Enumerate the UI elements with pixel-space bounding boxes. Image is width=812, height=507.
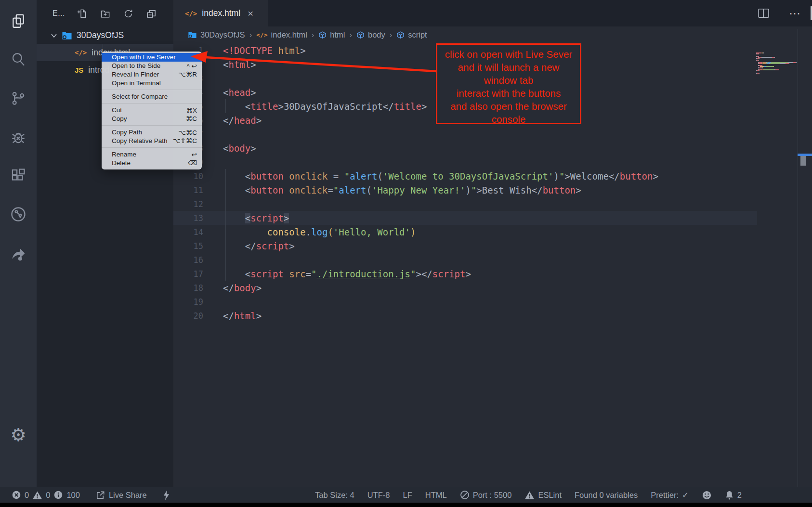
- breadcrumb-separator: ›: [312, 30, 314, 39]
- menu-item-copy[interactable]: Copy⌘C: [102, 115, 202, 123]
- symbol-cube-icon: [356, 31, 365, 39]
- code-line-9[interactable]: 9: [173, 155, 812, 169]
- explorer-title: E...: [52, 9, 65, 18]
- line-number: 13: [173, 213, 203, 223]
- bolt-status[interactable]: [162, 490, 170, 501]
- code-line-19[interactable]: 19: [173, 295, 812, 309]
- status-bar: 0 0 100 Live Share Tab Size: 4 UTF-8 LF …: [0, 487, 812, 503]
- annotation-text-line: and it will launch a new: [437, 61, 580, 74]
- menu-shortcut: ⌘X: [186, 106, 197, 114]
- line-number: 18: [173, 283, 203, 293]
- line-number: 20: [173, 311, 203, 321]
- feedback-status[interactable]: [702, 490, 712, 500]
- line-number: 12: [173, 199, 203, 209]
- menu-item-select-for-compare[interactable]: Select for Compare: [102, 92, 202, 101]
- menu-item-open-to-the-side[interactable]: Open to the Side^ ↩: [102, 62, 202, 70]
- new-folder-icon[interactable]: [100, 9, 110, 19]
- code-line-10[interactable]: 10 <button onclick = "alert('Welcome to …: [173, 169, 812, 183]
- share-icon: [95, 490, 105, 500]
- folder-name: 30DaysOfJS: [77, 30, 124, 40]
- line-number: 17: [173, 269, 203, 279]
- menu-shortcut: ⌫: [188, 159, 197, 167]
- menu-item-delete[interactable]: Delete⌫: [102, 158, 202, 167]
- live-server-circle-icon[interactable]: [0, 201, 37, 228]
- code-line-20[interactable]: 20</html>: [173, 309, 812, 323]
- html-file-icon: </>: [256, 31, 267, 39]
- menu-item-open-in-terminal[interactable]: Open in Terminal: [102, 78, 202, 87]
- variables-status[interactable]: Found 0 variables: [575, 491, 638, 500]
- lightning-bolt-icon: [162, 490, 170, 501]
- menu-item-open-with-live-server[interactable]: Open with Live Server: [102, 53, 202, 62]
- code-line-16[interactable]: 16: [173, 253, 812, 267]
- bell-icon: [725, 490, 734, 500]
- menu-item-cut[interactable]: Cut⌘X: [102, 106, 202, 115]
- notifications-status[interactable]: 2: [725, 490, 742, 500]
- split-editor-icon[interactable]: [758, 8, 770, 19]
- minimap[interactable]: [756, 47, 797, 68]
- refresh-icon[interactable]: [123, 9, 133, 19]
- breadcrumb: 30DaysOfJS › </> index.html › html › bod…: [173, 26, 812, 43]
- eslint-status[interactable]: ESLint: [524, 491, 562, 500]
- code-line-12[interactable]: 12: [173, 197, 812, 211]
- symbol-cube-icon: [318, 31, 327, 39]
- encoding-status[interactable]: UTF-8: [367, 491, 390, 500]
- prettier-status[interactable]: Prettier: ✓: [651, 491, 689, 500]
- menu-item-reveal-in-finder[interactable]: Reveal in Finder⌥⌘R: [102, 70, 202, 79]
- code-line-7[interactable]: 7: [173, 127, 812, 141]
- code-line-11[interactable]: 11 <button onclick="alert('Happy New Yea…: [173, 183, 812, 197]
- settings-gear-icon[interactable]: ⚙: [0, 421, 37, 448]
- breadcrumb-symbol-html[interactable]: html: [318, 30, 345, 39]
- close-icon[interactable]: ×: [248, 8, 253, 18]
- code-line-15[interactable]: 15 </script>: [173, 239, 812, 253]
- folder-icon: [62, 31, 72, 40]
- language-mode-status[interactable]: HTML: [425, 491, 447, 500]
- search-icon[interactable]: [0, 46, 37, 73]
- line-number: 10: [173, 171, 203, 181]
- editor-scrollbar-thumb[interactable]: [800, 156, 806, 166]
- eol-status[interactable]: LF: [403, 491, 412, 500]
- explorer-icon[interactable]: [0, 8, 37, 35]
- breadcrumb-separator: ›: [390, 30, 393, 39]
- annotation-text-line: and also open the browser: [437, 100, 580, 113]
- live-share-status[interactable]: Live Share: [95, 490, 147, 500]
- menu-separator: [102, 103, 202, 104]
- tab-bar: </> index.html × ⋯: [173, 0, 812, 26]
- breadcrumb-folder[interactable]: 30DaysOfJS: [188, 30, 245, 39]
- menu-separator: [102, 90, 202, 90]
- tab-index-html[interactable]: </> index.html ×: [173, 0, 268, 26]
- breadcrumb-symbol-body[interactable]: body: [356, 30, 385, 39]
- share-forward-icon[interactable]: [0, 240, 37, 267]
- breadcrumb-separator: ›: [349, 30, 352, 39]
- code-line-17[interactable]: 17 <script src="./introduction.js"></scr…: [173, 267, 812, 281]
- info-icon: [53, 490, 63, 500]
- menu-item-copy-relative-path[interactable]: Copy Relative Path⌥⇧⌘C: [102, 137, 202, 145]
- menu-separator: [102, 147, 202, 148]
- breadcrumb-separator: ›: [249, 30, 252, 39]
- menu-item-copy-path[interactable]: Copy Path⌥⌘C: [102, 128, 202, 137]
- smiley-icon: [702, 490, 712, 500]
- annotation-box: click on open with Live Severand it will…: [436, 43, 581, 124]
- tab-size-status[interactable]: Tab Size: 4: [315, 491, 354, 500]
- new-file-icon[interactable]: [77, 9, 87, 19]
- breadcrumb-file[interactable]: </> index.html: [256, 30, 307, 39]
- menu-item-rename[interactable]: Rename↩: [102, 150, 202, 159]
- code-line-14[interactable]: 14 console.log('Hello, World'): [173, 225, 812, 239]
- tree-folder-30daysofjs[interactable]: 30DaysOfJS: [37, 28, 173, 43]
- annotation-text-line: click on open with Live Sever: [437, 48, 580, 61]
- html-file-icon: </>: [185, 10, 197, 17]
- extensions-icon[interactable]: [0, 162, 37, 189]
- more-actions-icon[interactable]: ⋯: [789, 7, 801, 20]
- code-line-13[interactable]: 13 <script>: [173, 211, 812, 225]
- code-line-8[interactable]: 8<body>: [173, 141, 812, 155]
- live-server-port-status[interactable]: Port : 5500: [460, 490, 512, 500]
- annotation-text-line: interact with the buttons: [437, 87, 580, 100]
- indent-guide: [225, 99, 226, 113]
- code-line-18[interactable]: 18</body>: [173, 281, 812, 295]
- breadcrumb-symbol-script[interactable]: script: [396, 30, 427, 39]
- tab-label: index.html: [202, 8, 240, 18]
- annotation-text-line: console: [437, 113, 580, 126]
- problems-status[interactable]: 0 0 100: [12, 490, 80, 500]
- run-debug-icon[interactable]: [0, 124, 37, 151]
- collapse-folders-icon[interactable]: [146, 9, 157, 19]
- source-control-icon[interactable]: [0, 85, 37, 112]
